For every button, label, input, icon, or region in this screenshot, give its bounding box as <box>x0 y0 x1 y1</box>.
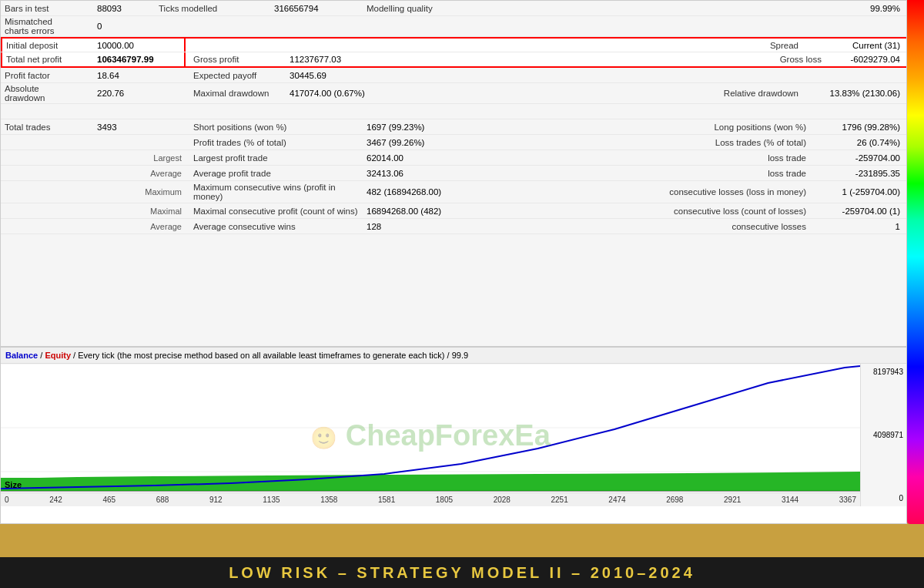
x-label-1358: 1358 <box>320 496 337 504</box>
row-drawdown: Absolute drawdown 220.76 Maximal drawdow… <box>1 83 906 104</box>
profit-trades-value: 3467 (99.26%) <box>363 135 463 150</box>
row-initial-deposit: Initial deposit 10000.00 Spread Current … <box>1 37 906 52</box>
x-label-2251: 2251 <box>551 496 568 504</box>
bottom-bar: LOW RISK – STRATEGY MODEL II – 2010–2024 <box>0 557 924 588</box>
max-consec-losses-label: consecutive losses (loss in money) <box>463 181 814 203</box>
chart-body: 🙂 CheapForexEa 0 242 <box>1 364 906 506</box>
expected-payoff-value: 30445.69 <box>286 68 378 82</box>
chart-header: Balance / Equity / Every tick (the most … <box>1 348 906 364</box>
chart-svg-area: 🙂 CheapForexEa 0 242 <box>1 364 860 506</box>
average-loss-label: loss trade <box>463 166 814 180</box>
maximal-consec-loss-label: consecutive loss (count of losses) <box>463 203 814 218</box>
average-loss-value: -231895.35 <box>814 166 906 180</box>
ticks-modelled-value: 316656794 <box>270 1 363 15</box>
x-label-2698: 2698 <box>666 496 683 504</box>
x-label-1135: 1135 <box>263 496 280 504</box>
avg-consec-losses-label: consecutive losses <box>463 219 814 234</box>
x-label-1581: 1581 <box>378 496 395 504</box>
x-label-465: 465 <box>102 496 116 504</box>
largest-loss-value: -259704.00 <box>814 150 906 165</box>
gross-profit-label: Gross profit <box>186 52 286 66</box>
average-profit-value: 32413.06 <box>363 166 463 180</box>
maximal-drawdown-label: Maximal drawdown <box>186 83 286 103</box>
total-net-profit-label: Total net profit <box>1 52 93 66</box>
maximal-consec-loss-value: -259704.00 (1) <box>814 203 906 218</box>
long-positions-value: 1796 (99.28%) <box>814 119 906 134</box>
absolute-drawdown-label1: Absolute <box>5 84 39 93</box>
x-label-3144: 3144 <box>782 496 798 504</box>
max-consec-wins-value: 482 (16894268.00) <box>363 181 463 203</box>
row-bars: Bars in test 88093 Ticks modelled 316656… <box>1 1 906 16</box>
size-label: Size <box>5 480 22 489</box>
modelling-quality-label: Modelling quality <box>363 1 845 15</box>
x-label-242: 242 <box>49 496 62 504</box>
chart-xaxis: 0 242 465 688 912 1135 1358 1581 1805 20… <box>1 492 860 506</box>
short-positions-label: Short positions (won %) <box>186 119 363 134</box>
row-profit-factor: Profit factor 18.64 Expected payoff 3044… <box>1 68 906 83</box>
chart-yaxis: 8197943 4098971 0 <box>860 364 906 506</box>
main-container: Bars in test 88093 Ticks modelled 316656… <box>0 0 924 588</box>
x-label-0: 0 <box>5 496 9 504</box>
maximal-drawdown-value: 417074.00 (0.67%) <box>286 83 409 103</box>
profit-trades-label: Profit trades (% of total) <box>186 135 363 150</box>
stats-panel: Bars in test 88093 Ticks modelled 316656… <box>0 0 907 347</box>
row-mismatched: Mismatched charts errors 0 <box>1 16 906 37</box>
row-average: Average Average profit trade 32413.06 lo… <box>1 166 906 181</box>
spacer-row <box>1 104 906 119</box>
relative-drawdown-label: Relative drawdown <box>409 83 806 103</box>
footer-text: LOW RISK – STRATEGY MODEL II – 2010–2024 <box>229 564 695 582</box>
average-profit-label: Average profit trade <box>186 166 363 180</box>
initial-deposit-label: Initial deposit <box>1 39 93 52</box>
y-label-zero: 0 <box>864 494 903 502</box>
x-label-912: 912 <box>209 496 223 504</box>
loss-trades-value: 26 (0.74%) <box>814 135 906 150</box>
y-label-top: 8197943 <box>864 368 903 376</box>
chart-svg <box>1 364 860 492</box>
charts-errors-label: charts errors <box>5 26 55 35</box>
initial-deposit-value: 10000.00 <box>93 39 186 52</box>
loss-trades-label: Loss trades (% of total) <box>463 135 814 150</box>
max-consec-wins-label: Maximum consecutive wins (profit in mone… <box>186 181 363 203</box>
gross-loss-value: -6029279.04 <box>829 52 906 66</box>
modelling-quality-value: 99.99% <box>845 1 906 15</box>
spread-value: Current (31) <box>814 39 906 52</box>
profit-factor-label: Profit factor <box>1 68 93 82</box>
bars-in-test-value: 88093 <box>93 1 155 15</box>
total-net-profit-value: 106346797.99 <box>93 52 186 66</box>
y-label-mid: 4098971 <box>864 431 903 439</box>
avg-consec-wins-label: Average consecutive wins <box>186 219 363 234</box>
largest-profit-label: Largest profit trade <box>186 150 363 165</box>
rainbow-strip <box>907 0 924 524</box>
row-net-profit: Total net profit 106346797.99 Gross prof… <box>1 52 906 68</box>
row-profit-trades: Profit trades (% of total) 3467 (99.26%)… <box>1 135 906 150</box>
long-positions-label: Long positions (won %) <box>463 119 814 134</box>
total-trades-label: Total trades <box>1 119 93 134</box>
equity-label: Equity <box>45 351 71 360</box>
row-avg-consec: Average Average consecutive wins 128 con… <box>1 219 906 234</box>
maximal-consec-profit-value: 16894268.00 (482) <box>363 203 463 218</box>
avg-consec-losses-value: 1 <box>814 219 906 234</box>
row-largest: Largest Largest profit trade 62014.00 lo… <box>1 150 906 166</box>
row-maximal-consec-profit: Maximal Maximal consecutive profit (coun… <box>1 203 906 219</box>
relative-drawdown-value: 13.83% (2130.06) <box>806 83 906 103</box>
profit-factor-value: 18.64 <box>93 68 186 82</box>
x-label-2028: 2028 <box>494 496 511 504</box>
total-trades-value: 3493 <box>93 119 186 134</box>
row-max-consec-wins: Maximum Maximum consecutive wins (profit… <box>1 181 906 203</box>
mismatched-label: Mismatched <box>5 17 52 26</box>
largest-loss-label: loss trade <box>463 150 814 165</box>
largest-profit-value: 62014.00 <box>363 150 463 165</box>
balance-label: Balance <box>5 351 38 360</box>
mismatched-value: 0 <box>93 16 155 36</box>
ticks-modelled-label: Ticks modelled <box>155 1 270 15</box>
absolute-drawdown-label2: drawdown <box>5 93 45 102</box>
gross-profit-value: 11237677.03 <box>286 52 378 66</box>
x-label-688: 688 <box>156 496 169 504</box>
svg-marker-4 <box>1 472 860 491</box>
row-total-trades: Total trades 3493 Short positions (won %… <box>1 119 906 135</box>
expected-payoff-label: Expected payoff <box>186 68 286 82</box>
chart-header-rest: / Every tick (the most precise method ba… <box>73 351 468 360</box>
max-consec-losses-value: 1 (-259704.00) <box>814 181 906 203</box>
maximal-consec-profit-label: Maximal consecutive profit (count of win… <box>186 203 363 218</box>
short-positions-value: 1697 (99.23%) <box>363 119 463 134</box>
